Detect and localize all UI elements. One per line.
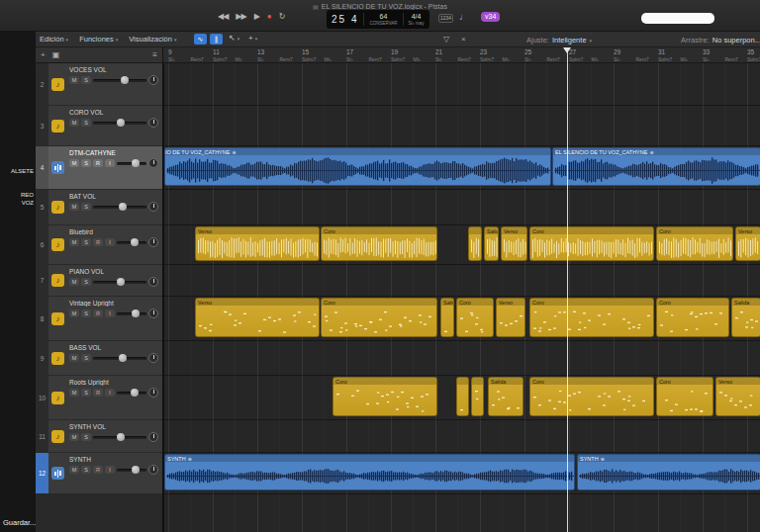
- add-track-button[interactable]: +: [41, 50, 46, 60]
- volume-slider[interactable]: [117, 159, 146, 168]
- record-button[interactable]: ●: [267, 12, 271, 22]
- pan-knob[interactable]: [148, 465, 158, 475]
- solo-button[interactable]: S: [81, 159, 91, 167]
- marquee-tool-button[interactable]: +▾: [248, 34, 257, 43]
- region-coro[interactable]: Coro: [656, 226, 733, 261]
- metronome-button[interactable]: ♩: [459, 11, 469, 22]
- lcd-display[interactable]: 25 4 64 CONSERVAR 4/4 Si♭ may: [327, 10, 429, 29]
- count-in-button[interactable]: 1234: [438, 14, 453, 23]
- track-header-bluebird[interactable]: 6♪BluebirdMSRI: [36, 225, 162, 265]
- region-salida[interactable]: Salida: [488, 377, 523, 416]
- tempo-display[interactable]: 64 CONSERVAR: [369, 13, 397, 26]
- track-header-coro-vol[interactable]: 3♪CORO VOLMS: [36, 106, 162, 146]
- solo-button[interactable]: S: [81, 203, 91, 211]
- region-salida[interactable]: Salida: [440, 298, 454, 337]
- input-monitoring-button[interactable]: I: [105, 159, 115, 167]
- drag-menu[interactable]: Arrastre: No superpon...: [681, 36, 760, 44]
- filter-icon[interactable]: ▽: [443, 35, 449, 44]
- solo-button[interactable]: S: [81, 238, 91, 246]
- record-enable-button[interactable]: R: [93, 159, 103, 167]
- solo-button[interactable]: S: [81, 433, 91, 441]
- region-verso[interactable]: Verso: [735, 226, 760, 261]
- volume-knob[interactable]: [131, 389, 139, 397]
- track-header-bass-vol[interactable]: 9♪BASS VOLMS: [36, 341, 162, 376]
- input-monitoring-button[interactable]: I: [105, 389, 115, 397]
- region-verso[interactable]: Verso: [195, 226, 320, 261]
- volume-knob[interactable]: [121, 76, 129, 84]
- automation-toggle-button[interactable]: ∿: [194, 34, 207, 44]
- pan-knob[interactable]: [148, 277, 158, 287]
- input-monitoring-button[interactable]: I: [105, 466, 115, 474]
- region-coro[interactable]: Coro: [529, 226, 654, 261]
- solo-button[interactable]: S: [81, 389, 91, 397]
- region-salida[interactable]: Salida: [731, 298, 760, 337]
- volume-knob[interactable]: [117, 278, 125, 286]
- volume-knob[interactable]: [132, 310, 140, 317]
- mute-button[interactable]: M: [69, 310, 79, 317]
- volume-slider[interactable]: [117, 310, 146, 318]
- region-bluebird[interactable]: [468, 226, 482, 261]
- solo-button[interactable]: S: [81, 466, 91, 474]
- mute-button[interactable]: M: [69, 159, 79, 167]
- track-header-piano-vol[interactable]: 7♪PIANO VOLMS: [36, 265, 162, 297]
- region-roots-upright[interactable]: [456, 377, 469, 416]
- solo-button[interactable]: S: [81, 278, 91, 286]
- region-synth[interactable]: SYNTH⊕: [577, 454, 760, 490]
- duplicate-track-button[interactable]: ▣: [52, 50, 60, 60]
- track-header-vintage-upright[interactable]: 8♪Vintage UprightMSRI: [36, 297, 162, 341]
- input-monitoring-button[interactable]: I: [105, 238, 115, 246]
- fast-forward-button[interactable]: ▶▶: [236, 12, 245, 22]
- mute-button[interactable]: M: [69, 238, 79, 246]
- record-enable-button[interactable]: R: [93, 238, 103, 246]
- mute-button[interactable]: M: [69, 389, 79, 397]
- menu-visualizaci-n[interactable]: Visualización▾: [129, 35, 176, 44]
- region-el-silencio-de-tu-voz-cathyne[interactable]: EL SILENCIO DE TU VOZ_CATHYNE⊕: [552, 147, 760, 186]
- solo-button[interactable]: S: [81, 76, 91, 84]
- track-header-synth-vol[interactable]: 11♪SYNTH VOLMS: [36, 420, 162, 453]
- track-header-dtm-cathyne[interactable]: 4DTM-CATHYNEMSRI: [36, 146, 162, 190]
- track-header-synth[interactable]: 12SYNTHMSRI: [36, 453, 162, 494]
- volume-slider[interactable]: [93, 433, 146, 442]
- mute-button[interactable]: M: [69, 119, 79, 127]
- volume-slider[interactable]: [93, 278, 146, 287]
- region-coro[interactable]: Coro: [656, 298, 729, 337]
- arrange-lanes[interactable]: EL SILENCIO DE TU VOZ_CATHYNE⊕EL SILENCI…: [163, 63, 760, 532]
- region-verso[interactable]: Verso: [496, 298, 525, 337]
- playhead[interactable]: [567, 47, 568, 532]
- menu-edici-n[interactable]: Edición▾: [40, 35, 68, 44]
- clear-filter-icon[interactable]: ×: [461, 35, 466, 44]
- track-header-voces-vol[interactable]: 2♪VOCES VOLMS: [36, 63, 162, 106]
- solo-button[interactable]: S: [81, 310, 91, 317]
- pan-knob[interactable]: [148, 388, 158, 398]
- pan-knob[interactable]: [148, 75, 158, 85]
- region-coro[interactable]: Coro: [332, 377, 437, 416]
- bar-ruler[interactable]: 911131517192123252729313335Si♭Rem7Solm7M…: [163, 47, 760, 63]
- save-button[interactable]: Guardar...: [3, 518, 36, 527]
- volume-slider[interactable]: [93, 76, 146, 85]
- region-coro[interactable]: Coro: [529, 298, 654, 337]
- track-header-bat-vol[interactable]: 5♪BAT VOLMS: [36, 190, 162, 225]
- region-synth[interactable]: SYNTH⊕: [164, 454, 575, 490]
- record-enable-button[interactable]: R: [93, 466, 103, 474]
- pan-knob[interactable]: [148, 158, 158, 168]
- volume-knob[interactable]: [131, 238, 139, 246]
- volume-slider[interactable]: [117, 238, 146, 247]
- mute-button[interactable]: M: [69, 203, 79, 211]
- track-header-roots-upright[interactable]: 10♪Roots UprightMSRI: [36, 376, 162, 420]
- volume-slider[interactable]: [93, 354, 146, 363]
- volume-knob[interactable]: [119, 203, 127, 211]
- play-button[interactable]: ▶: [254, 12, 259, 22]
- volume-knob[interactable]: [132, 466, 140, 474]
- region-verso[interactable]: Verso: [501, 226, 527, 261]
- rewind-button[interactable]: ◀◀: [218, 12, 228, 22]
- volume-knob[interactable]: [117, 119, 125, 127]
- region-coro[interactable]: Coro: [456, 298, 494, 337]
- region-coro[interactable]: Coro: [321, 298, 437, 337]
- region-coro[interactable]: Coro: [321, 226, 437, 261]
- volume-knob[interactable]: [119, 354, 127, 362]
- record-enable-button[interactable]: R: [93, 310, 103, 317]
- record-enable-button[interactable]: R: [93, 389, 103, 397]
- pan-knob[interactable]: [148, 432, 158, 442]
- mute-button[interactable]: M: [69, 76, 79, 84]
- region-verso[interactable]: Verso: [715, 377, 760, 416]
